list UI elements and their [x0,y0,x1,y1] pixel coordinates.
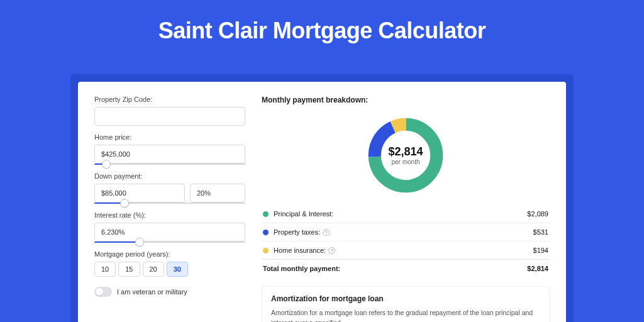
zip-input[interactable] [94,107,245,126]
total-row: Total monthly payment: $2,814 [262,259,550,277]
calculator-panel-frame: Property Zip Code: Home price: Down paym… [70,74,574,322]
period-button-20[interactable]: 20 [143,262,164,277]
mortgage-period-field: Mortgage period (years): 10152030 [94,250,245,277]
info-icon[interactable]: ? [323,229,330,236]
period-button-15[interactable]: 15 [118,262,140,277]
calculator-panel: Property Zip Code: Home price: Down paym… [78,82,566,322]
legend-value: $2,089 [527,210,548,218]
period-button-30[interactable]: 30 [167,262,188,277]
down-payment-slider[interactable] [94,203,245,204]
legend-dot [263,230,269,235]
mortgage-period-buttons: 10152030 [94,262,245,277]
down-payment-field: Down payment: [94,172,245,204]
legend-value: $531 [533,228,548,236]
interest-rate-field: Interest rate (%): [94,211,245,243]
info-icon[interactable]: ? [328,247,335,254]
form-column: Property Zip Code: Home price: Down paym… [94,96,245,322]
breakdown-column: Monthly payment breakdown: $2,814 per mo… [262,96,550,322]
legend-dot [263,248,269,253]
interest-rate-slider[interactable] [94,242,245,243]
donut-center: $2,814 per month [365,114,447,196]
home-price-field: Home price: [94,133,245,165]
legend-row: Home insurance:?$194 [262,241,550,259]
home-price-slider[interactable] [94,164,245,165]
page-title: Saint Clair Mortgage Calculator [0,0,644,55]
home-price-input[interactable] [94,145,245,164]
home-price-label: Home price: [94,133,245,141]
zip-label: Property Zip Code: [94,96,245,103]
interest-rate-input[interactable] [94,223,245,242]
down-payment-label: Down payment: [94,172,245,180]
amortization-card: Amortization for mortgage loan Amortizat… [262,286,550,322]
slider-thumb[interactable] [120,199,129,208]
veteran-row: I am veteran or military [94,287,245,297]
legend-row: Property taxes:?$531 [262,223,550,241]
period-button-10[interactable]: 10 [94,262,116,277]
toggle-knob [96,288,103,296]
amortization-text: Amortization for a mortgage loan refers … [271,308,540,322]
legend-value: $194 [533,247,548,254]
down-percent-input[interactable] [190,184,245,203]
legend-label: Home insurance:? [274,247,533,254]
mortgage-period-label: Mortgage period (years): [94,250,245,258]
veteran-toggle[interactable] [94,287,112,297]
total-value: $2,814 [527,265,548,272]
down-amount-input[interactable] [94,184,185,203]
legend-label: Property taxes:? [274,228,533,236]
slider-thumb[interactable] [135,238,144,247]
legend-dot [263,211,269,217]
veteran-label: I am veteran or military [117,288,187,296]
legend: Principal & Interest:$2,089Property taxe… [262,205,550,259]
interest-rate-label: Interest rate (%): [94,211,245,219]
legend-row: Principal & Interest:$2,089 [262,205,550,223]
slider-thumb[interactable] [102,160,111,169]
donut-center-value: $2,814 [388,145,423,158]
donut-center-sub: per month [391,158,419,165]
amortization-title: Amortization for mortgage loan [271,294,540,303]
zip-field: Property Zip Code: [94,96,245,126]
total-label: Total monthly payment: [263,265,527,272]
donut-chart: $2,814 per month [262,109,550,205]
legend-label: Principal & Interest: [274,210,527,218]
breakdown-title: Monthly payment breakdown: [262,96,550,104]
